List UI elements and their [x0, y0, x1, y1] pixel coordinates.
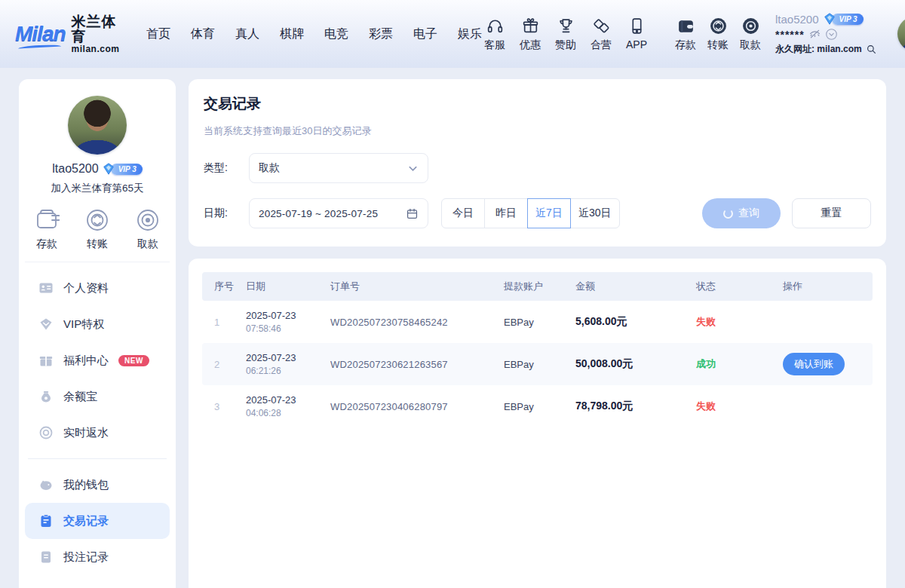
range-yesterday-button[interactable]: 昨日 — [484, 198, 528, 228]
withdraw-button[interactable]: 取款 — [738, 17, 763, 52]
promo-label: 优惠 — [520, 38, 541, 52]
range-7days-button[interactable]: 近7日 — [527, 198, 571, 228]
nav-live[interactable]: 真人 — [235, 26, 259, 42]
joined-days: 加入米兰体育第65天 — [25, 182, 170, 195]
type-select[interactable]: 取款 — [249, 153, 428, 183]
row-order-no: WD202507230406280797 — [324, 401, 498, 412]
sidebar-divider — [28, 458, 167, 459]
sidebar-withdraw-button[interactable]: 取款 — [135, 207, 161, 251]
date-label: 日期: — [204, 207, 238, 220]
main-nav: 首页 体育 真人 棋牌 电竞 彩票 电子 娱乐 — [146, 26, 482, 42]
sponsor-label: 赞助 — [555, 38, 576, 52]
app-label: APP — [626, 38, 647, 51]
col-account: 提款账户 — [498, 280, 569, 293]
sidebar-item-transactions[interactable]: 交易记录 — [25, 503, 170, 539]
deposit-button[interactable]: 存款 — [673, 17, 698, 52]
table-row: 2 2025-07-23 06:21:26 WD2025072306212635… — [202, 343, 873, 385]
row-datetime: 2025-07-23 06:21:26 — [240, 351, 324, 377]
partner-button[interactable]: 合营 — [588, 17, 614, 52]
gift-icon — [521, 17, 540, 35]
sidebar-item-yuebao[interactable]: 余额宝 — [25, 378, 170, 415]
sidebar-item-welfare[interactable]: 福利中心 NEW — [25, 342, 170, 378]
brand-logo-script: Milan — [15, 22, 66, 46]
rebate-icon — [38, 425, 54, 440]
row-datetime: 2025-07-23 04:06:28 — [240, 394, 324, 419]
col-date: 日期 — [240, 280, 324, 293]
table-row: 1 2025-07-23 07:58:46 WD2025072307584652… — [202, 301, 873, 343]
row-status: 成功 — [690, 357, 777, 371]
masked-balance: ****** — [775, 29, 805, 41]
query-button[interactable]: 查询 — [702, 198, 781, 228]
moneybag-icon — [38, 389, 54, 404]
sidebar-item-bets[interactable]: 投注记录 — [25, 539, 170, 575]
service-button[interactable]: 客服 — [482, 17, 508, 52]
sidebar-item-label: 余额宝 — [63, 390, 97, 404]
magnifier-icon[interactable] — [866, 44, 877, 55]
col-serial: 序号 — [202, 280, 240, 293]
deposit-label: 存款 — [675, 38, 696, 52]
row-account: EBPay — [498, 401, 569, 412]
nav-casino[interactable]: 娱乐 — [458, 26, 482, 42]
row-account: EBPay — [498, 359, 569, 370]
sidebar-menu: 个人资料 VIP特权 — [25, 262, 170, 575]
row-order-no: WD202507230621263567 — [324, 359, 498, 370]
top-bar: Milan 米兰体育 milan.com 首页 体育 真人 棋牌 电竞 彩票 电… — [0, 0, 905, 68]
tags-icon — [592, 17, 611, 35]
id-card-icon — [38, 280, 54, 296]
sponsor-button[interactable]: 赞助 — [553, 17, 578, 52]
sidebar-item-profile[interactable]: 个人资料 — [25, 270, 170, 306]
nav-chess[interactable]: 棋牌 — [280, 26, 304, 42]
nav-esports[interactable]: 电竞 — [324, 26, 348, 42]
sidebar-item-wallet[interactable]: 我的钱包 — [25, 467, 170, 503]
row-order-no: WD202507230758465242 — [324, 317, 498, 328]
table-row: 3 2025-07-23 04:06:28 WD2025072304062807… — [202, 385, 873, 427]
promo-button[interactable]: 优惠 — [517, 17, 543, 52]
nav-lottery[interactable]: 彩票 — [369, 26, 393, 42]
gift-solid-icon — [38, 353, 54, 368]
sidebar-item-vip[interactable]: VIP特权 — [25, 306, 170, 342]
nav-home[interactable]: 首页 — [146, 26, 170, 42]
row-status: 失败 — [690, 400, 777, 413]
row-action: 确认到账 — [777, 353, 873, 375]
partner-label: 合营 — [591, 38, 612, 52]
chevron-circle-icon[interactable] — [825, 28, 838, 41]
row-serial: 3 — [202, 401, 240, 412]
confirm-received-button[interactable]: 确认到账 — [783, 353, 845, 375]
page-subtitle: 当前系统支持查询最近30日的交易记录 — [204, 124, 871, 138]
sidebar-item-label: 我的钱包 — [63, 478, 109, 492]
sidebar-item-rebate[interactable]: 实时返水 — [25, 415, 170, 451]
transfer-icon — [709, 17, 728, 35]
user-avatar[interactable] — [897, 17, 905, 51]
profile-vip-label: VIP 3 — [111, 164, 143, 175]
nav-sports[interactable]: 体育 — [191, 26, 215, 42]
user-info: ltao5200 VIP 3 ****** — [775, 12, 888, 56]
transfer-button[interactable]: 转账 — [705, 17, 731, 52]
date-range-input[interactable]: 2025-07-19 ~ 2025-07-25 — [249, 198, 428, 228]
loading-spinner-icon — [723, 209, 733, 219]
col-status: 状态 — [690, 280, 777, 293]
quick-range-group: 今日 昨日 近7日 近30日 — [441, 198, 620, 228]
app-button[interactable]: APP — [624, 17, 649, 51]
profile-avatar[interactable] — [68, 96, 127, 155]
sidebar-deposit-label: 存款 — [36, 237, 57, 251]
col-order: 订单号 — [324, 280, 498, 293]
records-table: 序号 日期 订单号 提款账户 金额 状态 操作 1 2025-07-23 07:… — [189, 259, 886, 588]
sidebar-item-label: 个人资料 — [63, 281, 109, 296]
brand-logo[interactable]: Milan 米兰体育 milan.com — [15, 14, 128, 54]
sidebar-transfer-button[interactable]: 转账 — [84, 207, 110, 251]
query-button-label: 查询 — [738, 207, 759, 220]
nav-slots[interactable]: 电子 — [413, 26, 437, 42]
range-today-button[interactable]: 今日 — [441, 198, 485, 228]
coin-outline-icon — [135, 207, 161, 233]
sidebar-item-label: 投注记录 — [63, 550, 109, 565]
vip-diamond-icon — [823, 12, 836, 26]
sidebar-deposit-button[interactable]: 存款 — [34, 207, 60, 251]
eye-slash-icon[interactable] — [808, 28, 821, 41]
range-30days-button[interactable]: 近30日 — [570, 198, 620, 228]
clipboard-icon — [38, 513, 54, 528]
reset-button[interactable]: 重置 — [792, 198, 871, 228]
brand-logo-cn: 米兰体育 — [72, 14, 128, 44]
vip-diamond-icon — [102, 162, 115, 176]
brand-logo-domain: milan.com — [72, 44, 128, 54]
sidebar-item-label: VIP特权 — [63, 317, 104, 332]
